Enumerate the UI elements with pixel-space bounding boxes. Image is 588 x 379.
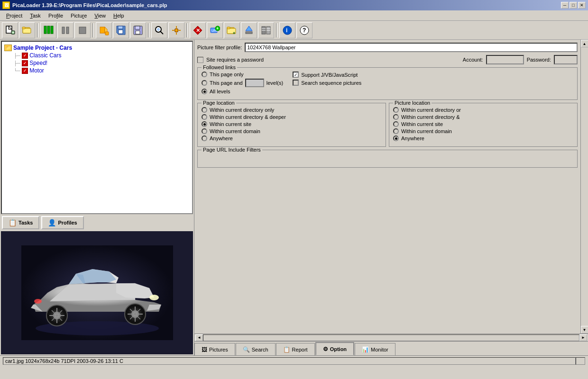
password-input[interactable] <box>554 55 578 64</box>
h-scroll-track[interactable] <box>203 334 579 341</box>
radio-all-levels-label: All levels <box>210 89 230 94</box>
checkbox-classic-cars[interactable]: ✓ <box>22 53 28 59</box>
support-js-checkbox[interactable]: ✓ <box>293 72 299 78</box>
menu-view[interactable]: View <box>91 12 110 19</box>
delete-button[interactable]: ✕ <box>190 22 206 38</box>
pause-button[interactable] <box>57 22 74 38</box>
minimize-button[interactable]: ─ <box>561 2 569 9</box>
radio-pic-dir-deeper[interactable] <box>393 114 399 120</box>
pic-site-row: Within current site <box>393 121 573 127</box>
scroll-down-arrow[interactable]: ▼ <box>581 326 588 334</box>
radio-pic-dir-only[interactable] <box>393 107 399 113</box>
tree-label-classic-cars: Classic Cars <box>29 52 61 59</box>
account-label: Account: <box>463 57 483 63</box>
radio-pg-dir-only[interactable] <box>202 107 207 113</box>
support-js-label: Support J/VB/JavaScript <box>301 72 358 78</box>
add-url-button[interactable]: URL+ <box>207 22 223 38</box>
profiles-tab[interactable]: 👤 Profiles <box>41 216 83 229</box>
tree-item-motor[interactable]: └─ ✓ Motor <box>14 67 190 74</box>
site-password-checkbox[interactable] <box>197 57 203 63</box>
radio-pg-site[interactable] <box>202 121 207 127</box>
tree-root[interactable]: 📁 Sample Project - Cars <box>4 44 190 52</box>
new-button[interactable]: + <box>2 22 18 38</box>
status-message: car1.jpg 1024x768x24b 71DPI 2003-09-26 1… <box>5 358 123 364</box>
radio-this-page-only[interactable] <box>202 72 207 77</box>
svg-point-76 <box>34 299 42 304</box>
levels-input[interactable] <box>245 79 264 87</box>
svg-point-75 <box>149 295 159 300</box>
search-seq-row: Search sequence pictures <box>293 80 361 86</box>
menu-profile[interactable]: Profile <box>45 12 67 19</box>
open-button[interactable] <box>19 22 35 38</box>
tree-item-speed[interactable]: ├─ ✓ Speed! <box>14 59 190 67</box>
settings-button[interactable] <box>168 22 184 38</box>
radio-pic-domain[interactable] <box>393 128 399 134</box>
h-scroll[interactable]: ◄ ► <box>194 334 588 341</box>
pg-dir-only-label: Within current directory only <box>210 107 274 113</box>
stop-button[interactable] <box>74 22 91 38</box>
tasks-icon: 📋 <box>9 219 17 226</box>
search-seq-label: Search sequence pictures <box>301 80 361 86</box>
radio-pic-anywhere[interactable] <box>393 135 399 141</box>
followed-links-title: Followed links <box>202 64 237 70</box>
radio-pic-site[interactable] <box>393 121 399 127</box>
tree-area[interactable]: 📁 Sample Project - Cars ├─ ✓ Classic Car… <box>1 41 193 214</box>
svg-rect-12 <box>62 27 64 34</box>
scroll-right-arrow[interactable]: ► <box>579 334 587 341</box>
save-button[interactable] <box>113 22 129 38</box>
info-button[interactable]: i <box>279 22 295 38</box>
tree-item-classic-cars[interactable]: ├─ ✓ Classic Cars <box>14 52 190 59</box>
menu-project[interactable]: Project <box>2 12 26 19</box>
save-floppy-button[interactable] <box>130 22 146 38</box>
filter-button[interactable] <box>258 22 274 38</box>
svg-rect-17 <box>105 32 109 35</box>
tab-monitor[interactable]: 📊 Monitor <box>355 343 395 355</box>
status-text: car1.jpg 1024x768x24b 71DPI 2003-09-26 1… <box>3 357 576 365</box>
tab-search[interactable]: 🔍 Search <box>236 343 276 355</box>
right-scrollbar[interactable]: ▲ ▼ <box>580 40 588 334</box>
radio-pg-anywhere[interactable] <box>202 135 207 141</box>
scroll-up-arrow[interactable]: ▲ <box>581 40 588 47</box>
toolbar-sep-2 <box>92 23 94 37</box>
scroll-left-arrow[interactable]: ◄ <box>195 334 203 341</box>
car-preview <box>21 245 173 340</box>
start-button[interactable] <box>40 22 56 38</box>
toolbar: + ✕ URL+ + i ? <box>0 21 588 40</box>
menu-task[interactable]: Task <box>26 12 45 19</box>
tab-option[interactable]: ⚙ Option <box>315 342 354 355</box>
add-folder-button[interactable]: + <box>224 22 240 38</box>
profiles-label: Profiles <box>58 220 77 226</box>
radio-pg-domain[interactable] <box>202 128 207 134</box>
filter-profile-label: Picture filter profile: <box>197 45 242 50</box>
pic-dir-only-row: Within current directory or <box>393 107 573 113</box>
close-button[interactable]: ✕ <box>578 2 586 9</box>
filter-profile-input[interactable] <box>245 43 578 52</box>
open-file-button[interactable] <box>96 22 112 38</box>
pic-site-label: Within current site <box>401 121 443 127</box>
radio-all-levels[interactable] <box>202 89 207 94</box>
toolbar-sep-1 <box>37 23 38 37</box>
svg-rect-8 <box>22 27 25 29</box>
menu-picture[interactable]: Picture <box>67 12 91 19</box>
search-seq-checkbox[interactable] <box>293 80 299 86</box>
filter-profile-row: Picture filter profile: <box>197 43 578 52</box>
menu-help[interactable]: Help <box>110 12 128 19</box>
profiles-icon: 👤 <box>48 219 56 226</box>
tasks-tab[interactable]: 📋 Tasks <box>2 216 39 229</box>
maximize-button[interactable]: □ <box>570 2 577 9</box>
svg-text:+: + <box>12 30 14 35</box>
checkbox-speed[interactable]: ✓ <box>22 60 28 66</box>
magnify-button[interactable] <box>151 22 167 38</box>
help-button[interactable]: ? <box>296 22 312 38</box>
radio-this-page-and[interactable] <box>202 80 207 86</box>
radio-pg-dir-deeper[interactable] <box>202 114 207 120</box>
tree-label-motor: Motor <box>29 67 44 74</box>
account-input[interactable] <box>486 55 524 64</box>
checkbox-motor[interactable]: ✓ <box>22 68 28 74</box>
window-title: PicaLoader 1.39-E:\Program Files\PicaLoa… <box>12 2 167 8</box>
svg-text:+: + <box>216 26 219 31</box>
tab-report[interactable]: 📋 Report <box>276 343 315 355</box>
svg-rect-43 <box>246 32 252 34</box>
download-button[interactable] <box>241 22 257 38</box>
tab-pictures[interactable]: 🖼 Pictures <box>194 343 235 355</box>
